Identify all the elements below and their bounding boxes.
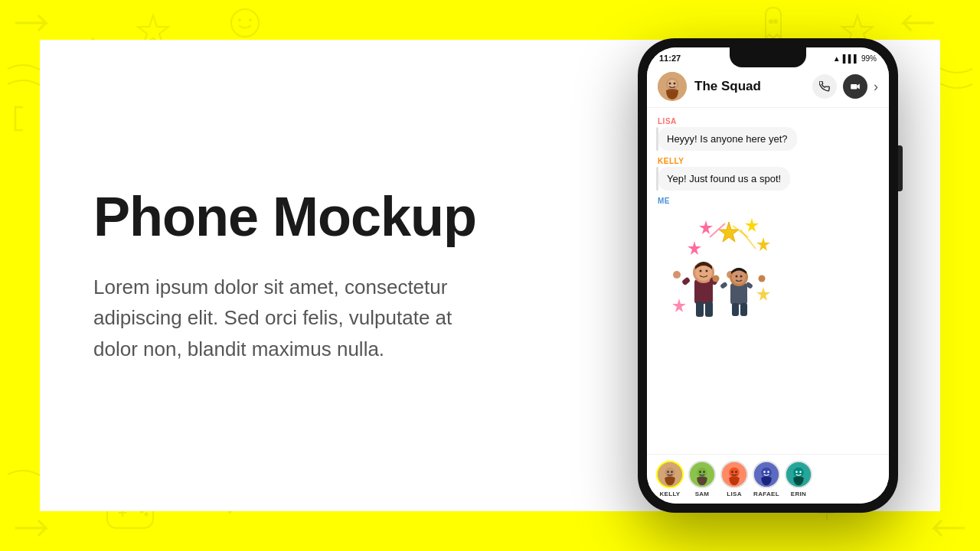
svg-rect-53 [732, 303, 739, 316]
svg-rect-42 [696, 302, 704, 317]
svg-point-76 [799, 471, 802, 473]
bottom-avatar-sam: SAM [688, 461, 716, 497]
chat-messages: LISA Heyyy! Is anyone here yet? KELLY Ye… [647, 108, 889, 454]
bottom-avatar-erin: ERIN [785, 461, 812, 497]
svg-point-70 [761, 468, 771, 478]
phone-device: 11:27 ▲ ▌▌▌ 99% [638, 38, 898, 513]
svg-marker-29 [688, 241, 701, 255]
svg-marker-55 [672, 298, 686, 312]
header-actions: › [812, 74, 878, 99]
svg-marker-26 [745, 218, 759, 232]
bottom-avatars-list: KELLY [656, 461, 880, 497]
avatar-rafael [753, 461, 780, 488]
svg-point-23 [674, 83, 676, 85]
svg-line-32 [740, 230, 756, 249]
svg-point-68 [735, 471, 737, 473]
avatar-lisa [720, 461, 748, 488]
body-text: Lorem ipsum dolor sit amet, consectetur … [93, 272, 476, 364]
svg-marker-25 [719, 222, 739, 242]
chat-header: The Squad › [647, 66, 889, 108]
bottom-avatar-lisa: LISA [720, 461, 748, 497]
svg-rect-43 [705, 302, 713, 317]
svg-point-60 [671, 471, 673, 473]
sender-label-kelly: KELLY [658, 157, 878, 165]
svg-marker-28 [756, 237, 770, 251]
svg-rect-38 [681, 277, 691, 286]
svg-point-37 [706, 270, 708, 272]
svg-point-67 [731, 471, 733, 473]
svg-point-72 [767, 471, 769, 473]
bitmoji-sticker [658, 208, 878, 338]
svg-marker-56 [756, 287, 770, 301]
left-section: Phone Mockup Lorem ipsum dolor sit amet,… [40, 141, 619, 410]
video-call-button[interactable] [843, 74, 867, 99]
svg-point-22 [669, 83, 671, 85]
sender-label-lisa: LISA [658, 117, 878, 126]
svg-rect-49 [720, 282, 728, 289]
svg-point-63 [699, 471, 701, 473]
chat-name: The Squad [694, 79, 805, 94]
svg-rect-54 [740, 303, 747, 316]
svg-point-4 [249, 18, 252, 21]
svg-point-66 [729, 468, 739, 478]
message-group-kelly: KELLY Yep! Just found us a spot! [658, 157, 878, 191]
svg-point-74 [793, 468, 803, 478]
bottom-avatar-kelly: KELLY [656, 461, 684, 497]
svg-rect-24 [851, 84, 857, 89]
wifi-icon: ▲ [833, 54, 841, 63]
status-time: 11:27 [659, 54, 681, 63]
svg-point-58 [665, 468, 675, 478]
message-group-me: ME [658, 197, 878, 338]
svg-point-7 [769, 19, 773, 24]
svg-point-47 [736, 276, 738, 278]
group-avatar [658, 72, 687, 101]
battery-icon: 99% [861, 54, 877, 63]
phone-mockup-container: 11:27 ▲ ▌▌▌ 99% [619, 40, 940, 511]
message-bubble-lisa: Heyyy! Is anyone here yet? [658, 127, 797, 151]
svg-point-40 [673, 271, 681, 279]
avatar-label-sam: SAM [695, 491, 710, 497]
svg-point-14 [145, 513, 149, 517]
bottom-bar: KELLY [647, 454, 889, 504]
more-button[interactable]: › [874, 79, 878, 95]
avatar-label-kelly: KELLY [660, 491, 681, 497]
svg-point-52 [759, 276, 766, 282]
svg-point-71 [763, 471, 766, 473]
svg-point-48 [740, 276, 743, 278]
avatar-label-rafael: RAFAEL [753, 491, 779, 497]
svg-rect-44 [730, 283, 747, 305]
content-area: Phone Mockup Lorem ipsum dolor sit amet,… [40, 40, 940, 511]
avatar-label-lisa: LISA [727, 491, 741, 497]
message-group-lisa: LISA Heyyy! Is anyone here yet? [658, 117, 878, 151]
bottom-avatar-rafael: RAFAEL [753, 461, 780, 497]
svg-point-64 [703, 471, 705, 473]
avatar-sam [688, 461, 716, 488]
svg-point-2 [231, 9, 259, 37]
svg-marker-27 [699, 220, 713, 234]
svg-point-62 [697, 468, 707, 478]
svg-point-3 [238, 18, 241, 21]
phone-screen: 11:27 ▲ ▌▌▌ 99% [647, 47, 889, 504]
message-bubble-kelly: Yep! Just found us a spot! [658, 167, 790, 191]
svg-point-46 [732, 270, 746, 284]
avatar-erin [785, 461, 812, 488]
avatar-label-erin: ERIN [791, 491, 806, 497]
status-icons: ▲ ▌▌▌ 99% [833, 54, 877, 63]
svg-point-75 [795, 471, 798, 473]
svg-point-59 [667, 471, 669, 473]
avatar-kelly [656, 461, 684, 488]
svg-point-8 [773, 19, 778, 24]
sender-label-me: ME [658, 197, 878, 205]
phone-call-button[interactable] [812, 74, 837, 99]
phone-notch [730, 47, 806, 67]
svg-point-36 [700, 270, 702, 272]
page-title: Phone Mockup [93, 187, 565, 247]
signal-icon: ▌▌▌ [843, 54, 859, 63]
svg-point-51 [713, 276, 720, 282]
